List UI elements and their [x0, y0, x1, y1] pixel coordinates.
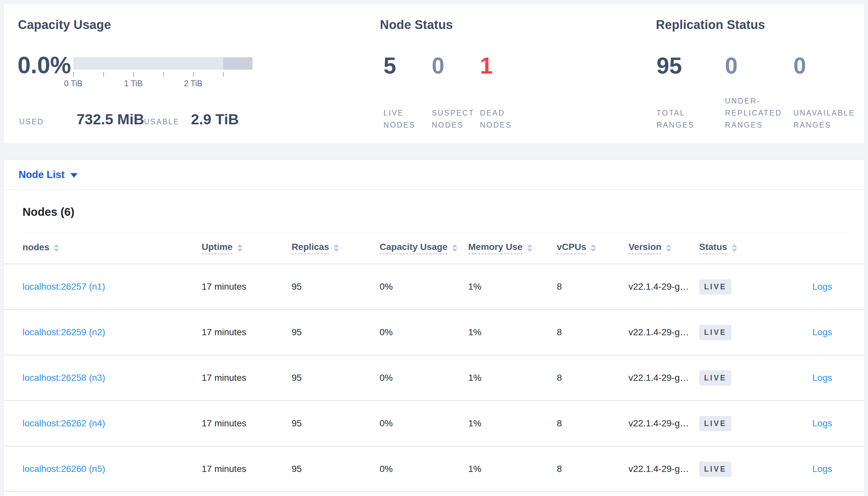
under-replicated-ranges-count: 0 [725, 55, 793, 77]
node-list-dropdown-label: Node List [18, 169, 64, 181]
version-cell: v22.1.4-29-g… [629, 373, 699, 383]
column-header-status[interactable]: Status [699, 242, 773, 254]
capacity-cell: 0% [379, 373, 468, 383]
vcpus-cell: 8 [557, 281, 629, 292]
logs-link[interactable]: Logs [812, 373, 832, 383]
column-header-capacity-usage[interactable]: Capacity Usage [379, 242, 468, 254]
column-header-version[interactable]: Version [629, 242, 699, 254]
column-header-vcpus[interactable]: vCPUs [557, 242, 629, 254]
node-status-title: Node Status [380, 18, 453, 32]
replication-status-labels: TOTAL RANGES UNDER-REPLICATED RANGES UNA… [657, 93, 862, 131]
node-list-dropdown[interactable]: Node List [18, 169, 77, 181]
replicas-cell: 95 [291, 373, 379, 383]
live-nodes-label: LIVE NODES [384, 107, 432, 131]
replication-status-title: Replication Status [656, 18, 765, 32]
under-replicated-ranges-label: UNDER-REPLICATED RANGES [725, 95, 793, 131]
table-row: localhost:26257 (n1) 17 minutes 95 0% 1%… [4, 264, 864, 310]
memory-cell: 1% [468, 418, 557, 429]
sort-icon[interactable] [452, 244, 458, 252]
axis-tick [193, 72, 194, 77]
version-cell: v22.1.4-29-g… [629, 281, 699, 292]
uptime-cell: 17 minutes [202, 418, 291, 429]
unavailable-ranges-count: 0 [793, 55, 862, 77]
vcpus-cell: 8 [557, 373, 629, 383]
replicas-cell: 95 [291, 327, 379, 338]
axis-tick-label: 1 TiB [124, 79, 143, 88]
node-link[interactable]: localhost:26258 (n3) [23, 373, 105, 383]
node-link[interactable]: localhost:26262 (n4) [23, 418, 105, 428]
column-header-nodes[interactable]: nodes [23, 242, 202, 254]
usable-value: 2.9 TiB [191, 111, 239, 128]
status-badge: LIVE [699, 325, 732, 340]
used-value: 732.5 MiB [77, 111, 144, 128]
column-header-memory-use[interactable]: Memory Use [468, 242, 557, 254]
capacity-usage-gauge: 0 TiB 1 TiB 2 TiB [73, 57, 253, 96]
capacity-cell: 0% [379, 464, 468, 474]
sort-icon[interactable] [334, 244, 339, 252]
vcpus-cell: 8 [557, 464, 629, 474]
sort-icon[interactable] [732, 244, 737, 252]
capacity-used-percent: 0.0% [18, 52, 71, 78]
sort-icon[interactable] [237, 244, 242, 252]
capacity-usage-title: Capacity Usage [18, 18, 111, 32]
dead-nodes-count: 1 [480, 55, 528, 77]
logs-link[interactable]: Logs [812, 418, 832, 428]
table-row: localhost:26259 (n2) 17 minutes 95 0% 1%… [4, 310, 864, 355]
replicas-cell: 95 [291, 418, 379, 429]
table-row: localhost:26258 (n3) 17 minutes 95 0% 1%… [4, 355, 864, 401]
nodes-table-header: nodes Uptime Replicas Capacity Usage Mem… [4, 232, 864, 264]
sort-icon[interactable] [527, 244, 533, 252]
memory-cell: 1% [468, 327, 557, 338]
status-badge: LIVE [699, 462, 732, 477]
total-ranges-count: 95 [657, 55, 725, 77]
memory-cell: 1% [468, 464, 557, 474]
replicas-cell: 95 [291, 281, 379, 292]
uptime-cell: 17 minutes [202, 327, 291, 338]
unavailable-ranges-label: UNAVAILABLE RANGES [793, 107, 862, 131]
column-header-uptime[interactable]: Uptime [202, 242, 291, 254]
table-row: localhost:26262 (n4) 17 minutes 95 0% 1%… [4, 401, 864, 447]
used-label: USED [19, 118, 77, 126]
replication-status-values: 95 0 0 [657, 55, 862, 77]
version-cell: v22.1.4-29-g… [629, 418, 699, 429]
axis-tick-label: 2 TiB [184, 79, 202, 88]
live-nodes-count: 5 [384, 55, 432, 77]
version-cell: v22.1.4-29-g… [629, 327, 699, 338]
node-link[interactable]: localhost:26257 (n1) [23, 281, 105, 292]
nodes-table-panel: Nodes (6) nodes Uptime Replicas Capacity… [3, 190, 865, 496]
total-ranges-label: TOTAL RANGES [657, 107, 725, 131]
vcpus-cell: 8 [557, 327, 629, 338]
nodes-section-title: Nodes (6) [23, 205, 74, 218]
column-header-replicas[interactable]: Replicas [291, 242, 379, 254]
replicas-cell: 95 [291, 464, 379, 474]
sort-icon[interactable] [54, 244, 59, 252]
vcpus-cell: 8 [557, 418, 629, 429]
logs-link[interactable]: Logs [812, 281, 832, 292]
axis-tick-label: 0 TiB [64, 79, 83, 88]
sort-icon[interactable] [666, 244, 671, 252]
status-badge: LIVE [699, 279, 732, 295]
status-badge: LIVE [699, 416, 732, 431]
nodes-table-body: localhost:26257 (n1) 17 minutes 95 0% 1%… [4, 264, 864, 492]
dead-nodes-label: DEAD NODES [480, 107, 528, 131]
cluster-summary-panel: Capacity Usage 0.0% 0 TiB 1 TiB 2 TiB US… [3, 3, 865, 144]
capacity-cell: 0% [379, 418, 468, 429]
logs-link[interactable]: Logs [812, 464, 832, 474]
memory-cell: 1% [468, 281, 557, 292]
status-badge: LIVE [699, 370, 732, 386]
node-link[interactable]: localhost:26259 (n2) [23, 327, 105, 337]
uptime-cell: 17 minutes [202, 281, 291, 292]
node-link[interactable]: localhost:26260 (n5) [23, 464, 105, 474]
sort-icon[interactable] [591, 244, 596, 252]
node-status-labels: LIVE NODES SUSPECT NODES DEAD NODES [384, 107, 528, 131]
capacity-bar-reserved-segment [223, 57, 253, 69]
axis-tick [223, 72, 224, 77]
suspect-nodes-count: 0 [432, 55, 480, 77]
axis-tick [103, 72, 104, 77]
memory-cell: 1% [468, 373, 557, 383]
version-cell: v22.1.4-29-g… [629, 464, 699, 474]
logs-link[interactable]: Logs [812, 327, 832, 337]
view-selector-bar: Node List [3, 159, 865, 190]
uptime-cell: 17 minutes [202, 373, 291, 383]
axis-tick [73, 72, 74, 77]
